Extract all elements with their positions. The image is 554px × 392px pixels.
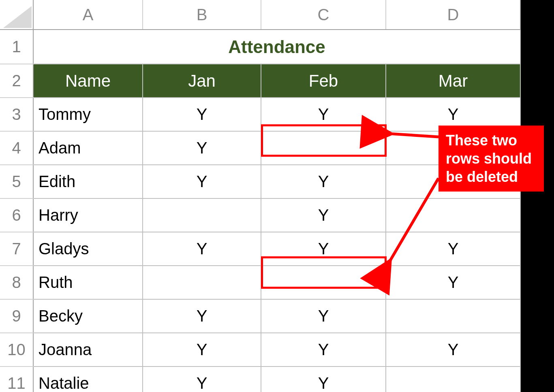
row-2: 2 Name Jan Feb Mar [0,64,520,98]
row-header-5[interactable]: 5 [0,165,33,198]
row-header-11[interactable]: 11 [0,366,33,392]
column-header-c[interactable]: C [261,0,386,30]
row-header-10[interactable]: 10 [0,333,33,366]
cell-c3[interactable]: Y [261,98,386,131]
header-mar[interactable]: Mar [386,64,520,98]
cell-d6[interactable] [386,198,520,232]
header-jan[interactable]: Jan [143,64,261,98]
row-header-7[interactable]: 7 [0,232,33,266]
cell-c8[interactable] [261,266,386,299]
cell-b5[interactable]: Y [143,165,261,198]
row-1: 1 Attendance [0,30,520,64]
cell-d11[interactable] [386,366,520,392]
cell-b3[interactable]: Y [143,98,261,131]
cell-d9[interactable] [386,299,520,333]
cell-c4[interactable] [261,131,386,165]
cell-b11[interactable]: Y [143,366,261,392]
header-feb[interactable]: Feb [261,64,386,98]
row-header-1[interactable]: 1 [0,30,33,64]
column-header-a[interactable]: A [33,0,143,30]
row-header-9[interactable]: 9 [0,299,33,333]
row-header-4[interactable]: 4 [0,131,33,165]
row-header-8[interactable]: 8 [0,266,33,299]
cell-c5[interactable]: Y [261,165,386,198]
column-header-b[interactable]: B [143,0,261,30]
cell-b9[interactable]: Y [143,299,261,333]
row-header-3[interactable]: 3 [0,98,33,131]
row-9: 9 Becky Y Y [0,299,520,333]
cell-b7[interactable]: Y [143,232,261,266]
cell-d10[interactable]: Y [386,333,520,366]
row-7: 7 Gladys Y Y Y [0,232,520,266]
title-cell[interactable]: Attendance [33,30,520,64]
column-header-row: A B C D [0,0,520,30]
cell-a9[interactable]: Becky [33,299,143,333]
cell-b6[interactable] [143,198,261,232]
cell-a4[interactable]: Adam [33,131,143,165]
cell-b10[interactable]: Y [143,333,261,366]
row-6: 6 Harry Y [0,198,520,232]
cell-b4[interactable]: Y [143,131,261,165]
spreadsheet[interactable]: A B C D 1 Attendance 2 Name Jan Feb Mar … [0,0,520,392]
cell-c11[interactable]: Y [261,366,386,392]
cell-a5[interactable]: Edith [33,165,143,198]
cell-c9[interactable]: Y [261,299,386,333]
cell-a11[interactable]: Natalie [33,366,143,392]
cell-c6[interactable]: Y [261,198,386,232]
select-all-corner[interactable] [0,0,33,30]
header-name[interactable]: Name [33,64,143,98]
row-8: 8 Ruth Y [0,266,520,299]
cell-c7[interactable]: Y [261,232,386,266]
cell-a10[interactable]: Joanna [33,333,143,366]
cell-c10[interactable]: Y [261,333,386,366]
callout-box: These two rows should be deleted [438,126,544,192]
row-header-2[interactable]: 2 [0,64,33,98]
cell-a3[interactable]: Tommy [33,98,143,131]
cell-d8[interactable]: Y [386,266,520,299]
cell-b8[interactable] [143,266,261,299]
row-11: 11 Natalie Y Y [0,366,520,392]
cell-a7[interactable]: Gladys [33,232,143,266]
row-header-6[interactable]: 6 [0,198,33,232]
row-10: 10 Joanna Y Y Y [0,333,520,366]
grid-table: A B C D 1 Attendance 2 Name Jan Feb Mar … [0,0,521,392]
column-header-d[interactable]: D [386,0,520,30]
cell-a6[interactable]: Harry [33,198,143,232]
cell-a8[interactable]: Ruth [33,266,143,299]
cell-d7[interactable]: Y [386,232,520,266]
